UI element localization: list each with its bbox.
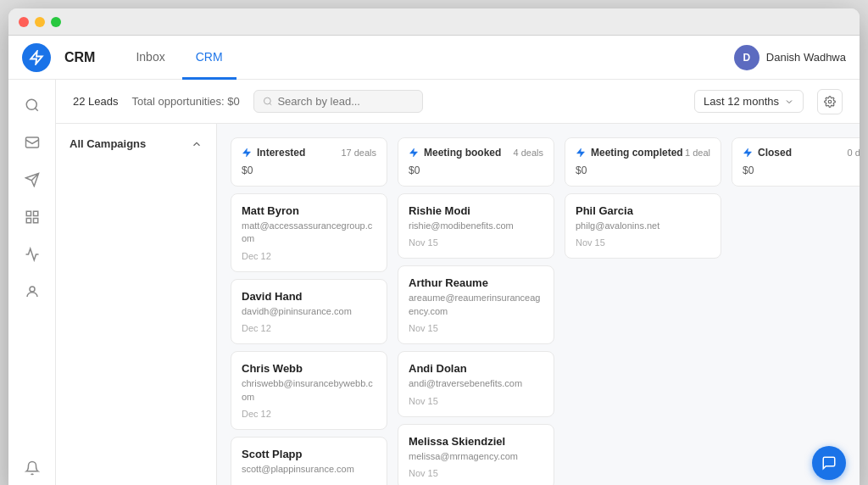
sidebar-icon-user[interactable] [17,276,47,307]
col-header-closed: Closed 0 deals $0 [732,137,860,187]
chat-fab-button[interactable] [812,446,846,480]
search-icon [263,96,273,107]
col-deals: 17 deals [341,148,376,158]
gear-icon [824,96,836,108]
col-title: Closed [758,147,792,159]
search-input[interactable] [277,95,413,108]
table-row[interactable]: Scott Plapp scott@plappinsurance.com [231,437,387,485]
col-title: Meeting booked [424,147,501,159]
svg-marker-11 [410,148,418,157]
date-filter-label: Last 12 months [704,95,779,108]
sidebar-icon-chart[interactable] [17,239,47,270]
kanban-col-closed: Closed 0 deals $0 [732,137,860,480]
col-title: Meeting completed [591,147,683,159]
svg-point-8 [264,98,270,104]
table-row[interactable]: Arthur Reaume areaume@reaumerinsuranceag… [398,265,554,344]
card-name: Melissa Skiendziel [409,435,543,448]
svg-point-9 [828,100,832,103]
card-date: Nov 15 [409,237,543,248]
svg-rect-3 [26,211,31,215]
col-amount: $0 [242,164,253,176]
minimize-button[interactable] [35,17,45,27]
svg-rect-6 [33,219,37,223]
card-date: Dec 12 [242,409,376,419]
titlebar [8,8,860,36]
col-title: Interested [257,147,305,159]
table-row[interactable]: David Hand davidh@pininsurance.com Dec 1… [231,279,387,344]
card-name: David Hand [242,290,376,303]
card-date: Nov 15 [409,396,543,406]
col-deals: 0 deals [848,148,860,158]
svg-point-7 [30,287,35,292]
col-header-meeting-booked: Meeting booked 4 deals $0 [398,137,554,187]
card-email: philg@avalonins.net [576,220,710,232]
col-deals: 1 deal [685,148,710,158]
table-row[interactable]: Matt Byron matt@accessassurancegroup.com… [231,193,387,272]
stage-icon [409,148,419,158]
sidebar-icon-search[interactable] [17,90,47,120]
nav-tabs: Inbox CRM [122,36,720,79]
search-box[interactable] [253,90,423,113]
card-date: Nov 15 [409,468,543,478]
card-email: melissa@mrmagency.com [409,450,543,463]
sidebar-icon-send[interactable] [17,164,47,195]
svg-rect-2 [25,137,38,148]
card-name: Matt Byron [242,204,376,217]
table-row[interactable]: Melissa Skiendziel melissa@mrmagency.com… [398,424,554,485]
settings-button[interactable] [817,89,843,114]
content-body: All Campaigns Interested 17 [56,124,860,485]
svg-marker-12 [577,148,585,157]
opportunities-label: Total opportunities: $0 [132,95,240,108]
kanban-board: Interested 17 deals $0 Matt Byron matt@a… [217,124,860,485]
user-menu[interactable]: D Danish Wadhwa [734,45,846,70]
card-email: areaume@reaumerinsuranceagency.com [409,292,543,318]
card-email: scott@plappinsurance.com [242,463,376,476]
card-date: Dec 12 [242,251,376,261]
kanban-col-meeting-booked: Meeting booked 4 deals $0 Rishie Modi ri… [398,137,554,480]
table-row[interactable]: Phil Garcia philg@avalonins.net Nov 15 [565,193,721,259]
table-row[interactable]: Andi Dolan andi@traversebenefits.com Nov… [398,351,554,416]
app-title: CRM [64,50,95,65]
sidebar-icon-grid[interactable] [17,202,47,232]
kanban-col-meeting-completed: Meeting completed 1 deal $0 Phil Garcia … [565,137,721,480]
campaigns-header: All Campaigns [56,137,216,150]
col-amount: $0 [743,164,754,176]
maximize-button[interactable] [51,17,61,27]
campaigns-panel: All Campaigns [56,124,217,485]
table-row[interactable]: Rishie Modi rishie@modibenefits.com Nov … [398,193,554,259]
app: CRM Inbox CRM D Danish Wadhwa [8,36,860,485]
stage-icon [242,148,252,158]
date-filter-dropdown[interactable]: Last 12 months [694,90,804,113]
card-name: Andi Dolan [409,362,543,375]
sidebar-icon-bell[interactable] [17,453,47,483]
table-row[interactable]: Chris Webb chriswebb@insurancebywebb.com… [231,351,387,430]
close-button[interactable] [19,17,29,27]
tab-inbox[interactable]: Inbox [122,36,178,80]
app-window: CRM Inbox CRM D Danish Wadhwa [8,8,860,485]
content-area: 22 Leads Total opportunities: $0 Last 12… [56,80,860,485]
svg-point-1 [26,99,36,109]
topnav: CRM Inbox CRM D Danish Wadhwa [8,36,860,80]
col-header-interested: Interested 17 deals $0 [231,137,387,187]
col-amount: $0 [576,164,587,176]
col-amount: $0 [409,164,420,176]
svg-rect-4 [33,211,37,215]
card-name: Phil Garcia [576,204,710,217]
svg-marker-10 [243,148,251,157]
card-email: matt@accessassurancegroup.com [242,220,376,246]
chevron-up-icon[interactable] [191,138,203,150]
card-email: chriswebb@insurancebywebb.com [242,377,376,404]
card-date: Nov 15 [409,323,543,333]
col-deals: 4 deals [514,148,543,158]
col-header-meeting-completed: Meeting completed 1 deal $0 [565,137,721,187]
tab-crm[interactable]: CRM [182,36,236,80]
content-topbar: 22 Leads Total opportunities: $0 Last 12… [56,80,860,124]
stage-icon [743,148,753,158]
card-name: Chris Webb [242,362,376,375]
leads-count: 22 Leads [73,95,119,108]
svg-rect-5 [26,219,31,223]
sidebar-icon-mail[interactable] [17,127,47,158]
app-logo [22,43,51,72]
campaigns-title: All Campaigns [70,137,146,150]
card-email: rishie@modibenefits.com [409,220,543,232]
